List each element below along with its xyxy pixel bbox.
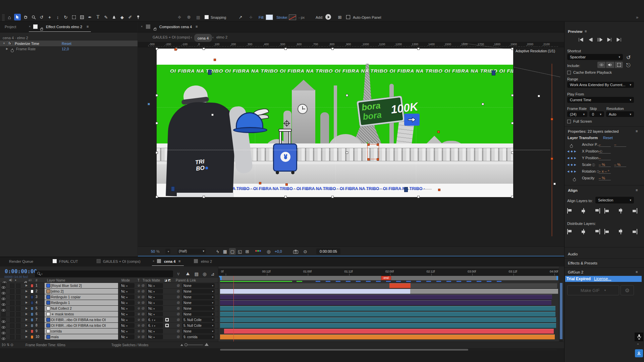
- selection-handle[interactable]: [511, 196, 514, 198]
- layer-duration-bar[interactable]: [220, 300, 551, 305]
- layer-row[interactable]: ▶ 2 [elmo 2] Nc ⊘ @ Nc @ None: [0, 289, 218, 294]
- eraser-tool-icon[interactable]: ◆: [119, 14, 125, 20]
- layer-name-cell[interactable]: OI FIBR...ribo OI FIBRA na tribo OI: [45, 323, 118, 328]
- layer-handle[interactable]: [214, 59, 216, 61]
- selection-handle[interactable]: [156, 196, 158, 198]
- exposure-icon[interactable]: ◎: [265, 248, 272, 255]
- breadcrumb-current[interactable]: cena 4: [194, 34, 212, 42]
- selection-handle[interactable]: [511, 48, 514, 50]
- layer-parent-dropdown[interactable]: None: [182, 295, 215, 299]
- type-tool-icon[interactable]: T: [95, 14, 101, 20]
- layer-eye-icon[interactable]: [2, 332, 5, 334]
- property-value[interactable]: –: [599, 142, 611, 147]
- include-overlays-toggle[interactable]: [615, 62, 623, 68]
- first-frame-button[interactable]: [579, 37, 583, 43]
- layer-name-cell[interactable]: OI FIBR...ribo OI FIBRA na tribo OI: [45, 317, 118, 322]
- layer-mode-dropdown[interactable]: Nc: [120, 329, 135, 334]
- make-gif-button[interactable]: Make GIF▾: [567, 285, 619, 295]
- snap-bounds-icon[interactable]: ⁘: [248, 14, 254, 20]
- selection-handle[interactable]: [156, 94, 158, 97]
- parent-pickwhip-icon[interactable]: @: [177, 335, 180, 339]
- cena4-close-icon[interactable]: ×: [153, 259, 154, 263]
- property-value[interactable]: –: [614, 142, 626, 147]
- rotate-tool-icon[interactable]: ↻: [62, 14, 69, 20]
- snap-features-icon[interactable]: ↗: [237, 14, 244, 20]
- layer-matte-dropdown[interactable]: Nc: [147, 283, 163, 288]
- selection-handle[interactable]: [203, 196, 205, 198]
- pan-camera-tool-icon[interactable]: +: [46, 14, 53, 20]
- layer-name-cell[interactable]: Retângulo 1: [45, 300, 118, 305]
- layer-t-switch[interactable]: ⊘: [138, 290, 140, 293]
- auto-open-checkbox[interactable]: [346, 15, 350, 19]
- layer-audio-toggle[interactable]: [10, 329, 14, 334]
- fill-label[interactable]: Fill:: [259, 15, 264, 19]
- selection-handle[interactable]: [148, 103, 150, 105]
- keyframe-nav[interactable]: ◀ ◆ ▶: [567, 170, 577, 173]
- include-video-toggle[interactable]: [597, 62, 605, 68]
- play-from-dropdown[interactable]: Current Time▾: [567, 97, 634, 103]
- layer-matte-dropdown[interactable]: Nc: [147, 335, 163, 339]
- puppet-pin-tool-icon[interactable]: [135, 14, 142, 20]
- layer-t-switch[interactable]: ⊘: [138, 329, 140, 333]
- layer-eye-icon[interactable]: [2, 286, 5, 289]
- layer-handle[interactable]: [377, 158, 379, 161]
- layer-name-cell[interactable]: Retângulo 1 copiar: [45, 294, 118, 300]
- selection-handle[interactable]: [284, 48, 287, 50]
- layer-name-cell[interactable]: [Royal Blue Solid 2]: [45, 283, 118, 288]
- selection-handle[interactable]: [482, 103, 484, 105]
- layer-label-chip[interactable]: [31, 335, 34, 339]
- camera-tool-icon[interactable]: [70, 14, 77, 20]
- layer-duration-bar[interactable]: [224, 329, 554, 334]
- align-button[interactable]: [592, 208, 601, 214]
- matte-pickwhip-icon[interactable]: @: [142, 301, 145, 304]
- layer-mode-dropdown[interactable]: Nc: [120, 306, 135, 311]
- layer-t-switch[interactable]: ⊘: [138, 335, 140, 339]
- anchor-point-icon[interactable]: [284, 121, 289, 126]
- viewer-lock-icon[interactable]: [154, 28, 156, 31]
- zoom-tool-icon[interactable]: [30, 14, 37, 20]
- full-screen-checkbox[interactable]: [567, 120, 571, 123]
- layer-t-switch[interactable]: ⊘: [138, 318, 140, 321]
- layer-handle[interactable]: [174, 48, 177, 51]
- resolution-dropdown[interactable]: (Half)▾: [177, 249, 206, 254]
- layer-handle[interactable]: [551, 118, 553, 120]
- layer-mode-dropdown[interactable]: Nc: [120, 283, 135, 288]
- layer-label-chip[interactable]: [31, 301, 34, 305]
- microphone-button[interactable]: [635, 333, 643, 341]
- tab-close-icon[interactable]: ×: [29, 25, 31, 28]
- layer-name-cell[interactable]: ★ mask textos: [45, 311, 118, 317]
- lock-icon[interactable]: [40, 28, 43, 31]
- stroke-swatch[interactable]: [289, 14, 296, 20]
- matte-pickwhip-icon[interactable]: @: [142, 324, 145, 327]
- selection-handle[interactable]: [417, 196, 420, 198]
- properties-menu-icon[interactable]: ≡: [636, 129, 638, 133]
- layer-t-switch[interactable]: ⊘: [138, 301, 140, 304]
- matte-pickwhip-icon[interactable]: @: [142, 284, 145, 287]
- property-value[interactable]: –: [599, 149, 611, 154]
- exposure-value[interactable]: +0,0: [275, 249, 282, 253]
- fill-swatch[interactable]: [266, 14, 273, 20]
- matte-pickwhip-icon[interactable]: @: [142, 329, 145, 333]
- layer-expand-icon[interactable]: ▶: [25, 329, 28, 333]
- audio-panel-tab[interactable]: Audio: [568, 252, 578, 256]
- layer-row[interactable]: ▶ 9 corrida Nc ⊘ @ Nc @ None: [0, 328, 218, 334]
- transform-reset-link[interactable]: Reset: [603, 136, 613, 140]
- selection-tool-icon[interactable]: [14, 14, 21, 20]
- layer-t-switch[interactable]: ⊘: [138, 312, 140, 316]
- layer-parent-dropdown[interactable]: None: [182, 289, 215, 294]
- layer-audio-toggle[interactable]: [10, 312, 14, 316]
- download-button[interactable]: [635, 349, 643, 357]
- frame-blending-icon[interactable]: ▤: [193, 270, 200, 277]
- tab-project[interactable]: Project: [5, 25, 16, 29]
- layer-parent-dropdown[interactable]: 5. Null Colle: [182, 317, 215, 322]
- layer-mode-dropdown[interactable]: Nc: [120, 312, 135, 316]
- shortcut-dropdown[interactable]: Spacebar▾: [567, 54, 623, 60]
- layer-label-chip[interactable]: [31, 318, 34, 322]
- selection-handle[interactable]: [511, 152, 514, 154]
- layer-expand-icon[interactable]: ▶: [25, 284, 28, 287]
- selection-handle[interactable]: [346, 152, 348, 154]
- align-button[interactable]: [617, 208, 626, 214]
- parent-pickwhip-icon[interactable]: @: [177, 295, 180, 299]
- layer-audio-toggle[interactable]: [10, 289, 14, 294]
- end-marker[interactable]: end: [381, 276, 391, 280]
